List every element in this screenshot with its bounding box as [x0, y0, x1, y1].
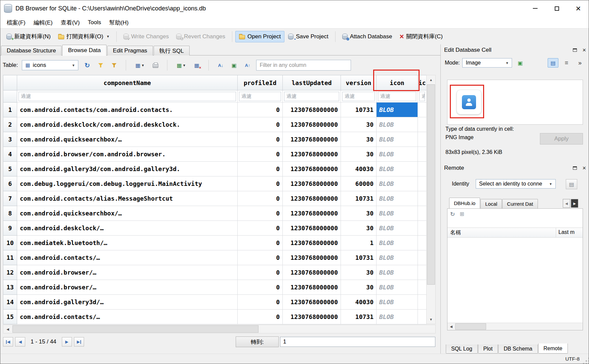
last-record-button[interactable] — [74, 337, 84, 347]
overflow-button[interactable] — [575, 58, 585, 68]
identity-file-button[interactable] — [566, 179, 577, 189]
resize-grip-icon[interactable] — [586, 360, 587, 362]
tab-browse-data[interactable]: Browse Data — [62, 45, 106, 56]
menu-help[interactable]: 幫助(H) — [105, 17, 133, 28]
filter-input-componentName[interactable]: 過濾 — [18, 92, 236, 101]
cell-componentName[interactable]: com.android.contacts/… — [17, 250, 238, 265]
cell-lastUpdated[interactable]: 1230768000000 — [283, 310, 341, 324]
print-button[interactable] — [151, 60, 160, 70]
cell-version[interactable]: 10731 — [341, 103, 377, 117]
cell-componentName[interactable]: com.android.deskclock/com.android.deskcl… — [17, 117, 238, 132]
table-combobox[interactable]: icons — [22, 60, 78, 70]
document-view-button[interactable] — [548, 58, 558, 68]
cell-version[interactable]: 10731 — [341, 191, 377, 206]
import-data-button[interactable] — [515, 58, 525, 68]
remote-tab-local[interactable]: Local — [480, 199, 502, 208]
scroll-down-icon[interactable] — [427, 315, 435, 324]
cell-profileId[interactable]: 0 — [238, 162, 283, 176]
column-header-version[interactable]: version — [341, 75, 377, 90]
cell-lastUpdated[interactable]: 1230768000000 — [283, 103, 341, 117]
cell-profileId[interactable]: 0 — [238, 132, 283, 147]
cell-componentName[interactable]: com.android.gallery3d/com.android.galler… — [17, 162, 238, 176]
remote-refresh-icon[interactable] — [450, 211, 455, 218]
float-panel-icon[interactable] — [573, 166, 577, 170]
cell-profileId[interactable]: 0 — [238, 310, 283, 324]
cell-version[interactable]: 30 — [341, 221, 377, 236]
vertical-scroll-thumb[interactable] — [427, 84, 435, 285]
menu-edit[interactable]: 編輯(E) — [30, 17, 57, 28]
close-panel-icon[interactable] — [582, 165, 586, 171]
cell-componentName[interactable]: com.debug.loggerui/com.debug.loggerui.Ma… — [17, 176, 238, 191]
horizontal-scroll-thumb[interactable] — [12, 325, 259, 333]
cell-componentName[interactable]: com.android.quicksearchbox/… — [17, 206, 238, 221]
row-number[interactable]: 10 — [3, 236, 17, 250]
cell-icon[interactable]: BLOB — [377, 162, 418, 176]
cell-componentName[interactable]: com.android.contacts/alias.MessageShortc… — [17, 191, 238, 206]
column-header-icon[interactable]: icon — [377, 75, 418, 90]
row-number[interactable]: 13 — [3, 280, 17, 295]
scroll-left-icon[interactable] — [3, 325, 12, 333]
mode-combobox[interactable]: Image — [462, 58, 512, 68]
cell-lastUpdated[interactable]: 1230768000000 — [283, 280, 341, 295]
cell-profileId[interactable]: 0 — [238, 236, 283, 250]
cell-version[interactable]: 30 — [341, 147, 377, 162]
cell-profileId[interactable]: 0 — [238, 280, 283, 295]
cell-version[interactable]: 30 — [341, 265, 377, 280]
cell-icon[interactable]: BLOB — [377, 191, 418, 206]
filter-options-button[interactable] — [109, 60, 119, 70]
cell-icon[interactable]: BLOB — [377, 295, 418, 310]
remote-clone-icon[interactable] — [460, 211, 464, 218]
cell-profileId[interactable]: 0 — [238, 147, 283, 162]
cell-lastUpdated[interactable]: 1230768000000 — [283, 250, 341, 265]
identity-combobox[interactable]: Select an identity to conne — [476, 179, 556, 189]
remote-scroll-thumb[interactable] — [455, 323, 486, 330]
cell-icon[interactable]: BLOB — [377, 147, 418, 162]
revert-changes-button[interactable]: ↺ Revert Changes — [172, 31, 229, 42]
menu-view[interactable]: 查看(V) — [56, 17, 84, 28]
cell-componentName[interactable]: com.android.deskclock/… — [17, 221, 238, 236]
close-database-button[interactable]: 關閉資料庫(C) — [396, 30, 446, 43]
cell-version[interactable]: 40030 — [341, 162, 377, 176]
cell-componentName[interactable]: com.android.contacts/com.android.contact… — [17, 103, 238, 117]
goto-button[interactable]: 轉到: — [236, 336, 279, 347]
cell-version[interactable]: 30 — [341, 206, 377, 221]
cell-version[interactable]: 30 — [341, 117, 377, 132]
dock-tab-db-schema[interactable]: DB Schema — [498, 345, 538, 354]
cell-icon[interactable]: BLOB — [377, 117, 418, 132]
maximize-button[interactable] — [546, 0, 567, 17]
dock-tab-remote[interactable]: Remote — [538, 343, 568, 354]
cell-version[interactable]: 60000 — [341, 176, 377, 191]
filter-input-profileId[interactable]: 過濾 — [239, 92, 281, 101]
column-header-lastUpdated[interactable]: lastUpdated — [283, 75, 341, 90]
cell-icon[interactable]: BLOB — [377, 236, 418, 250]
cell-lastUpdated[interactable]: 1230768000000 — [283, 191, 341, 206]
cell-icon[interactable]: BLOB — [377, 221, 418, 236]
cell-lastUpdated[interactable]: 1230768000000 — [283, 132, 341, 147]
next-record-button[interactable] — [62, 337, 72, 347]
tab-edit-pragmas[interactable]: Edit Pragmas — [107, 46, 153, 55]
cell-version[interactable]: 10731 — [341, 310, 377, 324]
cell-version[interactable]: 30 — [341, 280, 377, 295]
dock-tab-plot[interactable]: Plot — [478, 345, 498, 354]
filter-input-lastUpdated[interactable]: 過濾 — [284, 92, 339, 101]
open-project-button[interactable]: Open Project — [235, 31, 284, 42]
cell-profileId[interactable]: 0 — [238, 176, 283, 191]
previous-record-button[interactable] — [15, 337, 25, 347]
tab-scroll-right-button[interactable] — [571, 199, 578, 208]
close-panel-icon[interactable] — [582, 47, 586, 53]
tab-execute-sql[interactable]: 執行 SQL — [154, 46, 190, 55]
open-database-button[interactable]: 打開資料庫(O) — [54, 30, 113, 43]
attach-database-button[interactable]: ⊕ Attach Database — [339, 31, 396, 42]
scroll-up-icon[interactable] — [427, 75, 435, 84]
write-changes-button[interactable]: ✓ Write Changes — [120, 31, 172, 42]
encoding-indicator[interactable]: UTF-8 — [565, 356, 580, 362]
filter-input-partial[interactable]: 過濾 — [419, 92, 425, 101]
cell-icon[interactable]: BLOB — [377, 132, 418, 147]
sort-asc-button[interactable]: A↓ — [216, 60, 225, 70]
menu-tools[interactable]: Tools — [84, 17, 105, 28]
dock-tab-sql-log[interactable]: SQL Log — [446, 345, 478, 354]
remote-lastmodified-column[interactable]: Last m — [558, 229, 575, 235]
column-header-profileId[interactable]: profileId — [238, 75, 283, 90]
cell-profileId[interactable]: 0 — [238, 221, 283, 236]
new-database-button[interactable]: + 新建資料庫(N) — [3, 30, 54, 43]
